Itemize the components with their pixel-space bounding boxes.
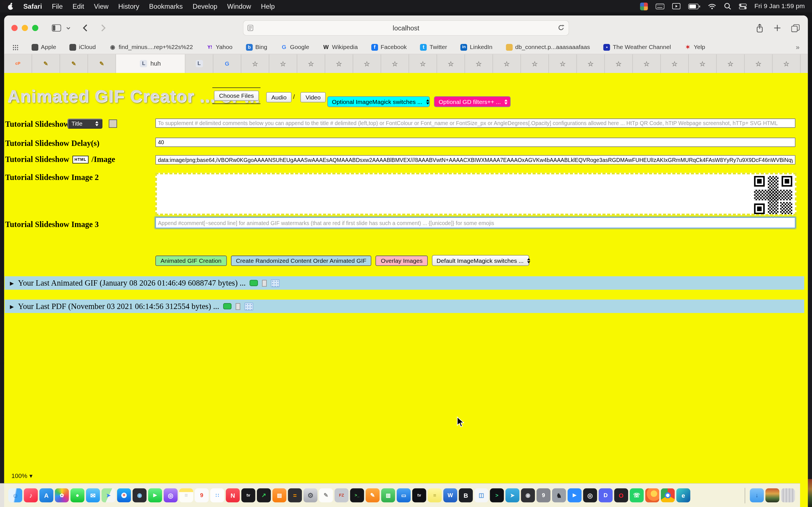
dock-opera[interactable]: O	[614, 489, 628, 503]
address-bar[interactable]: localhost	[243, 20, 569, 36]
twitter-favicon[interactable]: t Twitter	[420, 44, 447, 50]
dock-safari[interactable]: ✶	[117, 489, 131, 503]
wikipedia-favicon[interactable]: W Wikipedia	[322, 44, 358, 50]
disclosure-triangle-icon[interactable]: ▶	[10, 280, 14, 286]
bing-favicon[interactable]: b Bing	[246, 44, 267, 50]
dock-filezilla[interactable]: FZ	[335, 489, 349, 503]
last-pdf-summary[interactable]: ▶ Your Last PDF (November 03 2021 06:14:…	[5, 299, 804, 313]
share-icon[interactable]	[756, 24, 763, 33]
dock-chrome[interactable]	[661, 489, 675, 503]
audio-button[interactable]: Audio	[266, 92, 292, 103]
menu-item[interactable]: Edit	[72, 2, 84, 10]
tab-favorite[interactable]: ☆	[577, 54, 605, 73]
tab-favorite[interactable]: ☆	[409, 54, 437, 73]
dock-stickies[interactable]: ≡	[428, 489, 442, 503]
linkedin-favicon[interactable]: in LinkedIn	[460, 44, 492, 50]
tab-favorite[interactable]: ☆	[801, 54, 808, 73]
dock-firefox[interactable]	[645, 489, 659, 503]
forward-button[interactable]	[101, 24, 106, 32]
dock-finder[interactable]: ☺	[8, 489, 22, 503]
title-select[interactable]: Title	[67, 119, 103, 129]
tab-favorite[interactable]: ☆	[521, 54, 549, 73]
tab-favorite[interactable]: ☆	[549, 54, 577, 73]
tab-favorite[interactable]: ☆	[717, 54, 745, 73]
dock-stocks[interactable]: ↗	[257, 489, 271, 503]
tab-editor-3[interactable]: ✎	[88, 54, 116, 73]
dock-trash[interactable]	[781, 489, 795, 503]
dock-photos[interactable]: ✿	[55, 489, 69, 503]
choose-files-button[interactable]: Choose Files	[214, 91, 259, 101]
video-button[interactable]: Video	[300, 92, 326, 103]
zoom-window-button[interactable]	[32, 25, 38, 31]
tab-favorite[interactable]: ☆	[353, 54, 381, 73]
icloud-favicon[interactable]: iCloud	[70, 44, 96, 50]
apple-menu-icon[interactable]	[7, 2, 14, 10]
yelp-favicon[interactable]: ✶ Yelp	[684, 44, 705, 50]
dock-pages[interactable]: ✎	[366, 489, 380, 503]
dock-podcasts[interactable]: ◎	[163, 489, 177, 503]
image-data-input[interactable]	[155, 155, 795, 165]
dock-camera[interactable]: ◉	[521, 489, 535, 503]
weather-favicon[interactable]: ▪ The Weather Channel	[603, 44, 671, 50]
reload-icon[interactable]	[558, 24, 564, 31]
dock-facetime[interactable]: ▶	[148, 489, 162, 503]
facebook-favicon[interactable]: f Facebook	[371, 44, 407, 50]
animated-gif-creation-button[interactable]: Animated GIF Creation	[155, 255, 227, 266]
dock-system-settings[interactable]: ⚙	[303, 489, 317, 503]
dock-tv[interactable]: tv	[241, 489, 255, 503]
page-settings-icon[interactable]	[248, 25, 253, 31]
tab-favorite[interactable]: ☆	[269, 54, 297, 73]
tab-favorite[interactable]: ☆	[241, 54, 269, 73]
dock-obs[interactable]: ◎	[583, 489, 597, 503]
dock-shortcuts[interactable]: 9	[537, 489, 551, 503]
dock-mail[interactable]: ✉	[86, 489, 100, 503]
color-swatch-button[interactable]	[109, 119, 117, 128]
page-zoom-control[interactable]: 100% ▾	[11, 472, 33, 480]
title-config-input[interactable]	[155, 119, 795, 128]
dock-preview[interactable]: ◫	[474, 489, 488, 503]
delay-input[interactable]	[155, 138, 795, 147]
tab-favorite[interactable]: ☆	[297, 54, 325, 73]
back-button[interactable]	[83, 24, 88, 32]
menu-item[interactable]: Bookmarks	[149, 2, 183, 10]
imagemagick-switches-select[interactable]: Optional ImageMagick switches ...	[327, 96, 430, 107]
dock-apple-tv[interactable]: tv	[412, 489, 426, 503]
dock-terminal[interactable]: >_	[350, 489, 364, 503]
db-favicon[interactable]: db_connect.p...aaasaaafaas	[506, 44, 590, 50]
tab-favorite[interactable]: ☆	[689, 54, 717, 73]
tab-editor-1[interactable]: ✎	[32, 54, 60, 73]
menu-item[interactable]: Develop	[193, 2, 217, 10]
dock-downloads-folder[interactable]: ↓	[750, 489, 764, 503]
menu-item[interactable]: Window	[227, 2, 251, 10]
keyboard-icon[interactable]	[656, 3, 664, 9]
screen-mirroring-icon[interactable]	[672, 3, 680, 9]
bookmarks-grid-icon[interactable]	[12, 44, 18, 50]
watermark-comment-input[interactable]	[155, 217, 795, 228]
dock-photo-booth[interactable]: ◉	[133, 489, 147, 503]
spotlight-search-icon[interactable]	[724, 3, 731, 10]
tab-favorite[interactable]: ☆	[605, 54, 633, 73]
dock-news[interactable]: N	[226, 489, 240, 503]
tab-favorite[interactable]: ☆	[437, 54, 465, 73]
dock-app-store[interactable]: A	[40, 489, 54, 503]
image2-dropzone[interactable]	[155, 173, 797, 215]
control-center-icon[interactable]	[739, 3, 747, 9]
dock-numbers[interactable]: ▥	[381, 489, 395, 503]
tab-huh[interactable]: L huh	[116, 54, 185, 73]
dock-music[interactable]: ♪	[24, 489, 38, 503]
dock-chess[interactable]: ♞	[552, 489, 566, 503]
dock-textedit[interactable]: ✎	[319, 489, 333, 503]
battery-icon[interactable]	[688, 3, 700, 9]
tab-favorite[interactable]: ☆	[381, 54, 409, 73]
menu-bar-clock[interactable]: Fri 9 Jan 1:59 pm	[755, 3, 805, 10]
menu-item[interactable]: Safari	[23, 2, 42, 10]
randomized-gif-button[interactable]: Create Randomized Content Order Animated…	[231, 255, 371, 266]
dock-bear[interactable]: B	[459, 489, 473, 503]
default-imagemagick-select[interactable]: Default ImageMagick switches ...	[432, 255, 529, 266]
dock-calculator[interactable]: =	[288, 489, 302, 503]
tab-favorite[interactable]: ☆	[772, 54, 801, 73]
menu-item[interactable]: History	[118, 2, 139, 10]
tab-favorite[interactable]: ☆	[465, 54, 493, 73]
dock-books[interactable]: ▤	[272, 489, 287, 503]
tab-favorite[interactable]: ☆	[633, 54, 661, 73]
